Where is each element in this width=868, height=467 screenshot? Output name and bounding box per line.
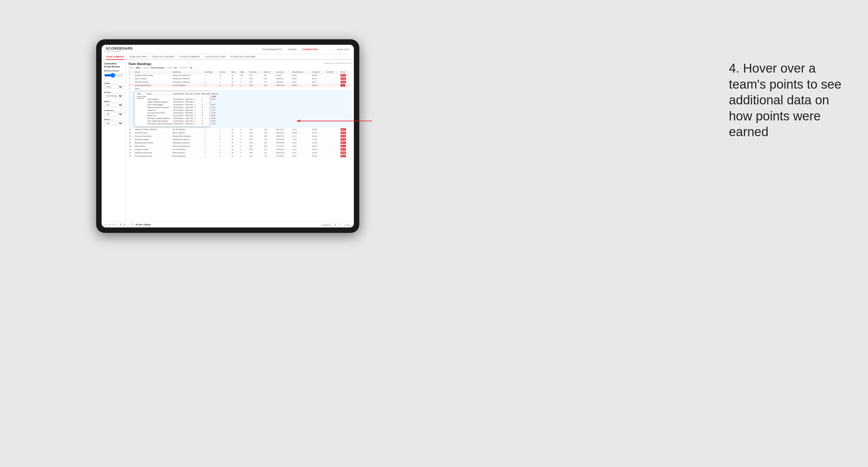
undo-icon[interactable]: ↩ [105,223,107,226]
table-row[interactable]: 26 The Ohio State University Big Ten Con… [128,155,351,158]
filter-region-value: All [174,67,177,69]
tooltip-row: Amer An Intercollegiate NCAA Division I … [136,103,219,106]
logo-area: SCOREBOARD Powered by clippd [106,46,133,52]
comment-icon[interactable]: 💬 [334,224,336,226]
filter-conference-label: Conference: [179,67,189,69]
filter-division-label: Division: [143,67,150,69]
refresh-icon[interactable]: ↺ [113,223,115,226]
filter-bar: Gender: Men's Division: NCAA Division I … [128,67,351,69]
sub-nav-player-h2h-grid[interactable]: PLAYER H2H GRID [205,54,225,60]
nav-tournaments[interactable]: TOURNAMENTS [262,48,282,51]
view-label[interactable]: ⊕ View: Original [135,223,151,226]
table-row[interactable]: 25 University of North Florida ASUN Conf… [128,151,351,155]
tooltip-row: Ben Hogan Collegiate Invitational NCAA D… [136,117,219,120]
sidebar-division-label: Division [104,91,123,93]
col-low-score: Low Score [275,70,291,74]
table-row[interactable]: 24 University of Oregon Pac-12 Conferenc… [128,148,351,151]
table-row[interactable]: 18 University of California, Berkeley Pa… [128,128,351,131]
filter-gender-value: Men's [136,67,141,69]
sub-nav-team-summary[interactable]: TEAM SUMMARY [106,54,124,60]
col-wins: Wins [240,70,248,74]
table-row[interactable]: 23 Duke University Atlantic Coast Confer… [128,145,351,148]
table-row[interactable]: 5 Texas T... [128,87,351,90]
table-row[interactable]: 19 University of Texas Big 12 Conference… [128,131,351,134]
school-select[interactable]: (All) [104,121,123,125]
sidebar-school-label: School [104,119,123,120]
sidebar-school: School (All) [104,119,123,125]
sidebar-minimum-rounds: Minimum Rounds 5 [104,70,123,80]
sidebar-region: Region N/A All [104,100,123,107]
sidebar-conference-label: Conference [104,110,123,111]
region-select[interactable]: N/A All [104,103,123,107]
nav-links: TOURNAMENTS TEAMS COMMITTEE | Sign out [262,48,350,51]
tooltip-row: Williams Cup NCAA Division I Stroke Play… [136,114,219,117]
tooltip-row: The Cypress Point Classic NCAA Division … [136,112,219,114]
col-avg-sg: Avg. SG [263,70,275,74]
fullscreen-icon[interactable]: ⛶ [339,224,341,226]
filter-region-label: Region: [167,67,174,69]
conference-select[interactable]: (All) [104,112,123,116]
redo-icon[interactable]: ↪ [108,223,111,226]
panel-header: Team Standings Update time: 13/03/2024 1… [128,62,351,66]
tooltip-row: 2023 Sahalee Players Championship NCAA D… [136,123,219,125]
tooltip-row: OFCC Fighting Illini Invitational NCAA D… [136,120,219,123]
gender-select[interactable]: Men's Women's [104,85,123,89]
toolbar-right: 👁 Watch ▾ 💬 ⛶ ↗ Share [322,224,351,226]
table-row[interactable]: 2 Auburn University Southeastern Confere… [128,77,351,81]
col-bnds: Bnds [231,70,240,74]
table-row-highlighted[interactable]: 4 Arizona State University Pac-12 Confer… [128,84,351,87]
filter-gender: Gender: Men's [128,67,141,69]
sub-nav-team-h2h-heatmap[interactable]: TEAM H2H HEATMAP [152,54,175,60]
panel-title: Team Standings [128,62,152,66]
toolbar-left: ↩ ↪ ↺ ⧉ ⊡ 🕐 ⊕ View: Original [105,223,151,226]
tooltip-row: Celtic Collegiate NCAA Division I Stroke… [136,98,219,101]
sidebar-minimum-rounds-label: Minimum Rounds [104,70,123,72]
crop-icon[interactable]: ⊡ [123,223,125,226]
sidebar-division: Division NCAA Division I NCAA Division I… [104,91,123,98]
filter-conference: Conference: All [179,67,192,69]
col-conference: Conference [172,70,204,74]
clock-icon[interactable]: 🕐 [131,223,134,226]
tablet-screen: SCOREBOARD Powered by clippd TOURNAMENTS… [102,45,354,227]
nav-committee[interactable]: COMMITTEE [302,48,318,51]
table-row[interactable]: 20 University of New Mexico Mountain Wes… [128,134,351,138]
filter-division: Division: NCAA Division I [143,67,164,69]
table-row[interactable]: 21 University of Alabama Southeastern Co… [128,138,351,141]
table-row[interactable]: 3 Vanderbilt University Southeastern Con… [128,81,351,84]
tooltip-row: Southern Highlands Collegiate NCAA Divis… [136,101,219,103]
copy-icon[interactable]: ⧉ [120,223,122,226]
filter-region: Region: All [167,67,177,69]
sidebar-region-label: Region [104,100,123,102]
sub-nav-team-h2h-grid[interactable]: TEAM H2H GRID [129,54,147,60]
table-row[interactable]: 22 Mississippi State University Southeas… [128,141,351,145]
col-points: Points [340,70,351,74]
col-conf-rank: Conf Rank [204,70,219,74]
nav-teams[interactable]: TEAMS [288,48,297,51]
col-vs-top25: Vs Top 25 [311,70,326,74]
filter-conference-value: All [190,67,192,69]
sign-out-link[interactable]: Sign out [337,48,350,51]
tooltip-row: Copper Cup NCAA Division I Match Play 2 … [136,109,219,112]
powered-by: Powered by clippd [106,50,133,52]
col-rank: # [128,70,134,74]
col-adj-score: Adj. Score [248,70,263,74]
sub-nav: TEAM SUMMARY TEAM H2H GRID TEAM H2H HEAT… [102,54,354,60]
sub-nav-player-h2h-heatmap[interactable]: PLAYER H2H HEATMAP [230,54,255,60]
minimum-rounds-slider[interactable] [104,73,123,78]
sidebar: Committee Portal Review Minimum Rounds 5… [102,60,126,222]
table-row[interactable]: 1 University of North Carolina Atlantic … [128,74,351,77]
col-overall-record: Overall Record [291,70,311,74]
update-time: Update time: 13/03/2024 10:03:42 [324,62,351,64]
filter-division-value: NCAA Division I [151,67,164,69]
table-row: Team Event Event Division Event Type Rou… [128,90,351,128]
bottom-toolbar: ↩ ↪ ↺ ⧉ ⊡ 🕐 ⊕ View: Original 👁 Watch ▾ 💬… [102,222,354,227]
share-button[interactable]: ↗ Share [344,224,351,226]
rounds-value: 5 [104,78,123,80]
watch-button[interactable]: 👁 Watch ▾ [322,224,331,226]
standings-table: # School Conference Conf Rank No Tour Bn… [128,70,351,158]
sub-nav-player-summary[interactable]: PLAYER SUMMARY [180,54,200,60]
app-header: SCOREBOARD Powered by clippd TOURNAMENTS… [102,45,354,54]
division-select[interactable]: NCAA Division I NCAA Division II NCAA Di… [104,94,123,98]
divider2 [128,223,128,226]
col-no-tour: No Tour [219,70,231,74]
